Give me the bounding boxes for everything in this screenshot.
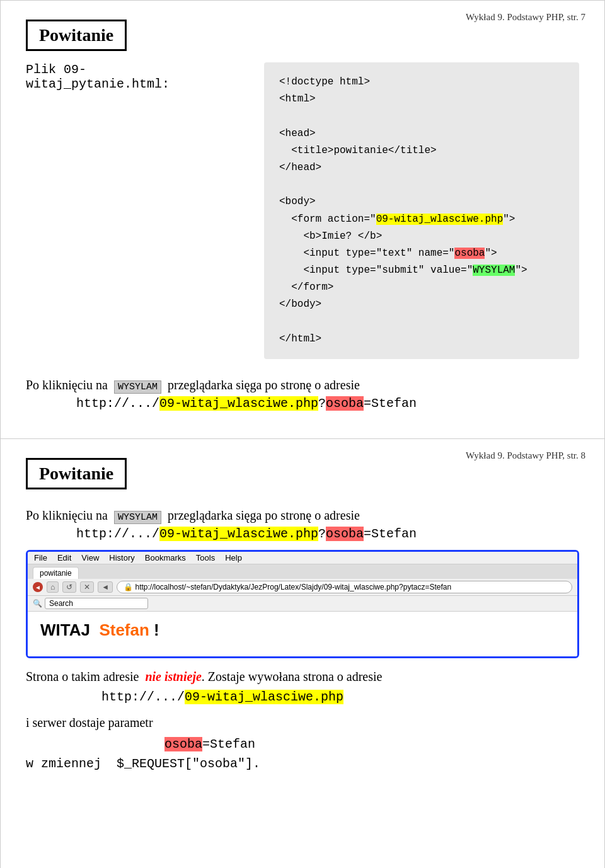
slide2-strona-text: Strona o takim adresie nie istnieje. Zos…: [26, 667, 579, 686]
slide2-text-after: Po kliknięciu na: [26, 508, 108, 522]
menu-view[interactable]: View: [81, 553, 99, 562]
menu-help[interactable]: Help: [225, 553, 242, 562]
slide2-url-prefix: http://.../: [76, 527, 159, 541]
browser-toolbar: ◄ ⌂ ↺ ✕ ◄ 🔒 http://localhost/~stefan/Dyd…: [28, 579, 577, 596]
slide2-w-zmiennej: w zmiennej $_REQUEST["osoba"].: [26, 757, 579, 771]
slide1-file-label: Plik 09-witaj_pytanie.html:: [26, 62, 214, 91]
slide2-header: Wykład 9. Podstawy PHP, str. 8: [466, 450, 585, 461]
slide2-url-line: http://.../09-witaj_wlasciwe.php?osoba=S…: [76, 527, 579, 541]
browser-tab-powitanie[interactable]: powitanie: [33, 567, 79, 579]
code-line-7: <form action="09-witaj_wlasciwe.php">: [279, 214, 515, 225]
slide1-url-file: 09-witaj_wlasciwe.php: [159, 396, 318, 411]
slide1-wysylam-btn: WYSYLAM: [114, 380, 161, 394]
code-line-2: <html>: [279, 93, 316, 105]
browser-search-bar: 🔍: [28, 596, 577, 612]
code-line-11: </form>: [279, 282, 333, 293]
code-line-3: <head>: [279, 128, 316, 139]
browser-url-text: http://localhost/~stefan/Dydaktyka/JezPr…: [135, 583, 451, 591]
code-line-8: <b>Imie? </b>: [279, 231, 382, 242]
menu-bookmarks[interactable]: Bookmarks: [145, 553, 186, 562]
slide2-title: Powitanie: [26, 458, 127, 489]
code-line-12: </body>: [279, 299, 321, 310]
browser-mockup: File Edit View History Bookmarks Tools H…: [26, 550, 579, 658]
slide2-url-param: osoba: [326, 527, 364, 541]
witaj-text: WITAJ: [40, 620, 90, 639]
browser-forward-btn[interactable]: ◄: [98, 581, 113, 593]
slide-2: Wykład 9. Podstawy PHP, str. 8 Powitanie…: [0, 439, 605, 868]
browser-home-btn[interactable]: ⌂: [47, 581, 59, 593]
param-label: osoba: [164, 737, 202, 751]
menu-history[interactable]: History: [109, 553, 134, 562]
slide2-param-line: osoba=Stefan: [164, 737, 579, 751]
slide2-i-serwer: i serwer dostaje parametr: [26, 713, 579, 732]
code-line-6: <body>: [279, 196, 316, 207]
code-line-10: <input type="submit" value="WYSYLAM">: [279, 265, 527, 276]
menu-file[interactable]: File: [34, 553, 47, 562]
slide1-url-prefix: http://.../: [76, 396, 159, 411]
slide1-title: Powitanie: [26, 20, 127, 51]
browser-reload-btn[interactable]: ↺: [62, 581, 76, 593]
code-line-4: <title>powitanie</title>: [279, 145, 437, 156]
strona-text2: . Zostaje wywołana strona o adresie: [202, 670, 383, 683]
slide1-header: Wykład 9. Podstawy PHP, str. 7: [466, 12, 585, 23]
slide1-code-block: <!doctype html> <html> <head> <title>pow…: [264, 62, 579, 359]
code-line-1: <!doctype html>: [279, 76, 370, 88]
witaj-line: WITAJ Stefan !: [40, 620, 565, 640]
slide2-text-after2: przeglądarka sięga po stronę o adresie: [168, 508, 360, 522]
slide2-url-file: 09-witaj_wlasciwe.php: [159, 527, 318, 541]
browser-tab-bar: powitanie: [28, 564, 577, 579]
browser-menubar: File Edit View History Bookmarks Tools H…: [28, 552, 577, 564]
browser-url-bar[interactable]: 🔒 http://localhost/~stefan/Dydaktyka/Jez…: [117, 581, 572, 593]
slide2-text-line: Po kliknięciu na WYSYLAM przeglądarka si…: [26, 508, 579, 523]
slide2-wysylam-btn: WYSYLAM: [114, 511, 161, 524]
browser-stop-btn[interactable]: ✕: [80, 581, 94, 593]
nie-istnieje-text: nie istnieje: [145, 670, 201, 683]
code-line-9: <input type="text" name="osoba">: [279, 248, 497, 259]
exclamation: !: [154, 620, 159, 639]
strona-label: Strona o takim adresie: [26, 670, 139, 683]
slide2-url2-file: 09-witaj_wlasciwe.php: [185, 690, 343, 704]
slide1-url-question: ?: [318, 396, 326, 411]
slide-1: Wykład 9. Podstawy PHP, str. 7 Powitanie…: [0, 0, 605, 439]
slide1-url-line: http://.../09-witaj_wlasciwe.php?osoba=S…: [76, 396, 579, 411]
slide1-text-after2: przeglądarka sięga po stronę o adresie: [168, 378, 360, 392]
param-value: =Stefan: [202, 737, 255, 751]
code-line-13: </html>: [279, 333, 321, 345]
w-zmiennej-code: $_REQUEST["osoba"]: [117, 757, 253, 771]
slide2-url2-prefix: http://.../: [101, 690, 185, 704]
w-zmiennej-dot: .: [253, 757, 260, 771]
slide1-text-after: Po kliknięciu na: [26, 378, 108, 392]
slide1-url-param: osoba: [326, 396, 364, 411]
search-input[interactable]: [45, 598, 148, 609]
slide2-url-question: ?: [318, 527, 326, 541]
stefan-text: Stefan: [99, 620, 149, 639]
w-zmiennej-text: w zmiennej: [26, 757, 101, 771]
slide1-url-value: =Stefan: [364, 396, 417, 411]
menu-edit[interactable]: Edit: [57, 553, 71, 562]
search-icon: 🔍: [33, 599, 42, 608]
slide2-url-value: =Stefan: [364, 527, 417, 541]
browser-back-indicator: ◄: [33, 582, 43, 592]
code-line-5: </head>: [279, 162, 321, 173]
menu-tools[interactable]: Tools: [196, 553, 215, 562]
browser-content: WITAJ Stefan !: [28, 612, 577, 656]
slide2-url2-line: http://.../09-witaj_wlasciwe.php: [101, 690, 579, 704]
slide1-text-line: Po kliknięciu na WYSYLAM przeglądarka si…: [26, 378, 579, 392]
